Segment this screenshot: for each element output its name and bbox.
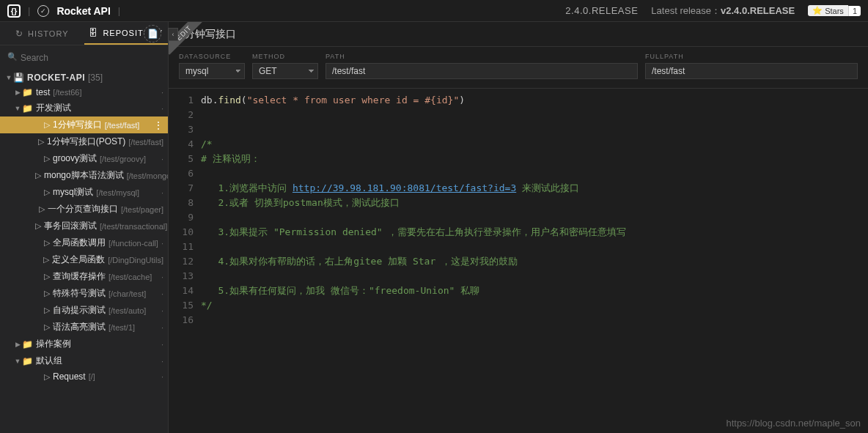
main-area: ↻HISTORY 🗄REPOSITORY ▼ 💾 ROCKET-API [35]… [0,22,868,433]
header-right: 2.4.0.RELEASE Latest release：v2.4.0.RELE… [565,4,861,18]
chevron-icon[interactable]: ▼ [13,105,22,112]
tree-file[interactable]: ▷groovy测试[/test/groovy]· [0,150,168,167]
file-icon: ▷ [44,272,50,281]
tree-file[interactable]: ▷一个分页查询接口[/test/pager]· [0,201,168,218]
root-name: ROCKET-API [27,73,85,83]
github-badge[interactable]: ⭐ Stars 1 [808,5,861,16]
node-name: 事务回滚测试 [44,220,97,232]
node-path: [/test/fast] [105,121,140,130]
tab-history[interactable]: ↻HISTORY [0,22,84,45]
folder-icon: 📁 [22,87,33,97]
tree-folder[interactable]: ▶📁test[/test66]· [0,85,168,100]
chevron-icon[interactable]: ▶ [13,89,22,96]
fullpath-input[interactable] [645,63,858,79]
node-path: [/test/1] [108,323,135,332]
node-name: 操作案例 [36,338,71,350]
node-path: [/] [89,372,95,381]
method-select[interactable]: GET [252,63,318,79]
node-path: [/DingDingUtils] [108,256,163,264]
path-input[interactable] [326,63,638,79]
node-name: 默认组 [36,355,62,367]
node-path: [/function-call] [108,239,158,248]
search-input[interactable] [6,50,162,66]
fullpath-field: FULLPATH [645,53,858,79]
badge: · [161,239,163,248]
tree-folder[interactable]: ▼📁默认组· [0,352,168,369]
tree-file[interactable]: ▷全局函数调用[/function-call]· [0,234,168,251]
path-label: PATH [326,53,638,60]
divider: | [118,5,120,16]
tree-file[interactable]: ▷定义全局函数[/DingDingUtils]· [0,251,168,268]
brand-name: Rocket API [56,5,110,17]
tree-file[interactable]: ▷自动提示测试[/test/auto]· [0,302,168,319]
node-name: 全局函数调用 [53,237,106,249]
add-file-button[interactable]: 📄 [144,25,161,42]
tree-file[interactable]: ▷1分钟写接口(POST)[/test/fast]· [0,133,168,150]
file-icon: ▷ [35,171,41,180]
badge: · [161,340,163,349]
node-name: 语法高亮测试 [53,321,106,333]
api-title-input[interactable] [179,29,858,40]
datasource-select[interactable]: mysql [179,63,245,79]
tree-folder[interactable]: ▶📁操作案例· [0,336,168,352]
badge: · [161,188,163,197]
more-icon[interactable]: ⋮ [153,119,163,131]
node-path: [/test/auto] [108,306,146,315]
chevron-down-icon[interactable]: ▼ [4,74,13,81]
tree-file[interactable]: ▷mongo脚本语法测试[/test/mongo]· [0,167,168,184]
root-count: [35] [88,73,103,83]
search-row [0,45,168,70]
badge: · [161,306,163,315]
method-field: METHOD GET [252,53,318,79]
chevron-icon[interactable]: ▶ [13,341,22,348]
file-icon: ▷ [44,372,50,382]
content-area: 📄 ‹ DATASOURCE mysql METHOD GET PATH FUL… [169,22,868,433]
tree-file[interactable]: ▷特殊符号测试[/char/test]· [0,285,168,302]
node-name: 开发测试 [36,102,71,114]
collapse-sidebar-button[interactable]: ‹ [168,28,178,41]
file-icon: ▷ [44,289,50,298]
tree-folder[interactable]: ▼📁开发测试· [0,100,168,116]
node-path: [/test/groovy] [100,155,146,163]
github-stars-button[interactable]: ⭐ Stars [808,5,848,16]
node-name: 1分钟写接口(POST) [47,136,125,148]
code-body[interactable]: db.find("select * from user where id = #… [201,93,868,433]
code-editor[interactable]: 12345678910111213141516 db.find("select … [169,89,868,433]
tree-file[interactable]: ▷Request[/]· [0,369,168,384]
node-path: [/char/test] [108,289,146,298]
file-icon: ▷ [44,306,50,315]
node-name: test [36,87,50,97]
badge: · [161,171,163,180]
node-path: [/test/mysql] [96,188,139,197]
tree-file[interactable]: ▷查询缓存操作[/test/cache]· [0,268,168,285]
node-name: mongo脚本语法测试 [44,169,124,182]
tree-file[interactable]: ▷语法高亮测试[/test/1]· [0,319,168,336]
file-icon: ▷ [35,221,41,231]
badge: · [161,155,163,163]
divider: | [28,5,30,16]
node-path: [/test/pager] [121,205,163,214]
chevron-icon[interactable]: ▼ [13,358,22,365]
tree-file[interactable]: ▷mysql测试[/test/mysql]· [0,184,168,201]
fields-row: DATASOURCE mysql METHOD GET PATH FULLPAT… [169,47,868,89]
fullpath-label: FULLPATH [645,53,858,60]
tree-file[interactable]: ▷1分钟写接口[/test/fast]⋮ [0,116,168,133]
tree-file[interactable]: ▷事务回滚测试[/test/transactional]· [0,218,168,234]
version-text: 2.4.0.RELEASE [565,5,638,16]
node-path: [/test/fast] [128,138,163,147]
folder-icon: 📁 [22,339,33,349]
repository-icon: 🗄 [89,28,98,38]
release-label: Latest release： [651,5,721,16]
file-tree[interactable]: ▼ 💾 ROCKET-API [35] ▶📁test[/test66]·▼📁开发… [0,70,168,433]
node-name: 一个分页查询接口 [48,203,118,215]
tree-root[interactable]: ▼ 💾 ROCKET-API [35] [0,70,168,85]
node-name: 自动提示测试 [53,304,106,317]
sidebar-tabs: ↻HISTORY 🗄REPOSITORY [0,22,168,45]
logo-icon: {} [7,4,21,18]
node-path: [/test/cache] [108,273,152,281]
github-stars-count: 1 [848,6,861,16]
path-field: PATH [326,53,638,79]
release-version: v2.4.0.RELEASE [721,5,795,16]
folder-icon: 📁 [22,103,33,114]
file-icon: ▷ [44,120,50,130]
